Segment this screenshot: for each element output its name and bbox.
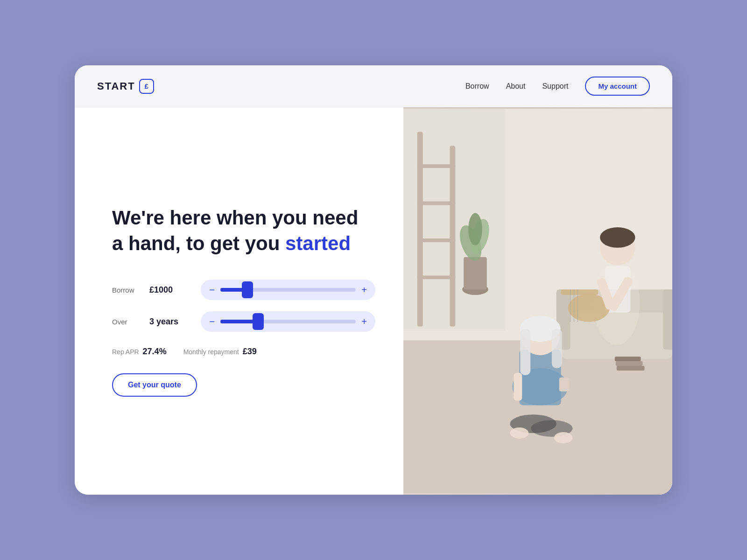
borrow-label: Borrow — [112, 286, 140, 294]
rep-apr-item: Rep APR 27.4% — [112, 347, 167, 357]
logo-icon: £ — [139, 79, 154, 94]
nav-links: Borrow About Support — [465, 82, 569, 91]
logo[interactable]: START £ — [97, 79, 154, 94]
monthly-repayment-item: Monthly repayment £39 — [183, 347, 257, 357]
svg-rect-45 — [403, 109, 672, 493]
hero-image — [403, 107, 672, 495]
hero-illustration — [403, 107, 672, 495]
over-value: 3 years — [149, 317, 191, 327]
borrow-row: Borrow £1000 − + — [112, 280, 375, 300]
borrow-value: £1000 — [149, 285, 191, 295]
nav-link-about[interactable]: About — [506, 82, 526, 91]
my-account-button[interactable]: My account — [585, 77, 650, 96]
over-slider-container: − + — [201, 311, 375, 332]
over-label: Over — [112, 318, 140, 326]
rep-apr-value: 27.4% — [143, 347, 167, 357]
over-minus-button[interactable]: − — [206, 316, 218, 327]
nav-link-support[interactable]: Support — [542, 82, 568, 91]
monthly-repayment-label: Monthly repayment — [183, 348, 239, 356]
borrow-slider-thumb[interactable] — [242, 281, 253, 298]
get-quote-button[interactable]: Get your quote — [112, 373, 197, 397]
over-plus-button[interactable]: + — [359, 316, 370, 327]
over-slider-track[interactable] — [220, 320, 356, 323]
main-card: START £ Borrow About Support My account … — [75, 65, 672, 495]
borrow-slider-container: − + — [201, 280, 375, 300]
over-row: Over 3 years − + — [112, 311, 375, 332]
navbar: START £ Borrow About Support My account — [75, 65, 672, 107]
borrow-slider-fill — [220, 288, 247, 292]
left-panel: We're here when you need a hand, to get … — [75, 107, 403, 495]
nav-link-borrow[interactable]: Borrow — [465, 82, 489, 91]
over-slider-thumb[interactable] — [253, 313, 264, 330]
loan-controls: Borrow £1000 − + — [112, 280, 375, 332]
headline: We're here when you need a hand, to get … — [112, 205, 375, 256]
main-content: We're here when you need a hand, to get … — [75, 107, 672, 495]
borrow-plus-button[interactable]: + — [359, 284, 370, 295]
apr-row: Rep APR 27.4% Monthly repayment £39 — [112, 347, 375, 357]
right-panel — [403, 107, 672, 495]
rep-apr-label: Rep APR — [112, 348, 139, 356]
borrow-minus-button[interactable]: − — [206, 284, 218, 295]
over-slider-fill — [220, 320, 258, 323]
monthly-repayment-value: £39 — [243, 347, 257, 357]
logo-text: START — [97, 80, 135, 92]
borrow-slider-track[interactable] — [220, 288, 356, 292]
